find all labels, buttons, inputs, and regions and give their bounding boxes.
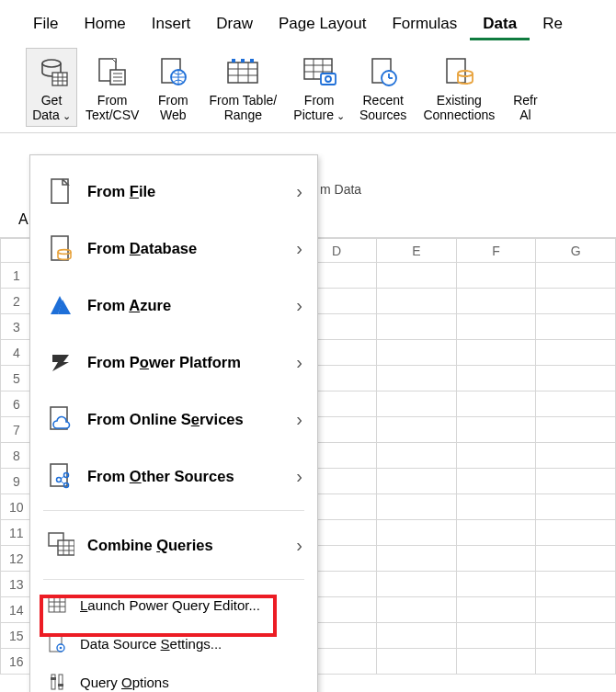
existing-connections-label: Existing Connections (423, 93, 495, 122)
file-icon (47, 176, 74, 207)
svg-point-0 (42, 60, 61, 67)
row-header[interactable]: 12 (1, 546, 33, 572)
tab-file[interactable]: File (20, 7, 71, 40)
table-icon (224, 52, 261, 91)
get-data-dropdown: From File › From Database › From Azure ›… (29, 154, 318, 692)
from-table-range-button[interactable]: From Table/ Range (200, 48, 285, 127)
tab-insert[interactable]: Insert (139, 7, 204, 40)
from-web-button[interactable]: From Web (147, 48, 199, 127)
group-label-partial: m Data (320, 175, 361, 197)
menu-from-power-platform[interactable]: From Power Platform › (30, 334, 317, 391)
svg-point-41 (57, 478, 62, 482)
power-platform-icon (47, 346, 74, 378)
svg-rect-18 (232, 59, 235, 62)
table-picture-icon (301, 52, 337, 91)
row-header[interactable]: 1 (1, 263, 33, 289)
from-web-label: From Web (158, 93, 188, 122)
chevron-right-icon: › (296, 535, 302, 556)
tab-draw[interactable]: Draw (203, 7, 266, 40)
chevron-right-icon: › (296, 295, 302, 316)
row-header[interactable]: 14 (1, 597, 33, 623)
svg-line-45 (61, 481, 64, 484)
from-table-range-label: From Table/ Range (210, 93, 278, 122)
svg-point-43 (64, 483, 69, 488)
from-picture-label: From Picture ⌄ (293, 93, 345, 122)
svg-rect-20 (250, 59, 254, 62)
tab-formulas[interactable]: Formulas (379, 7, 470, 40)
recent-sources-label: Recent Sources (359, 93, 406, 122)
svg-rect-19 (241, 59, 245, 62)
from-text-csv-button[interactable]: From Text/CSV (79, 48, 145, 127)
menu-label: From Azure (87, 297, 283, 314)
menu-from-other-sources[interactable]: From Other Sources › (30, 448, 317, 505)
menu-label: Launch Power Query Editor... (80, 597, 302, 613)
svg-rect-1 (52, 73, 67, 85)
tab-page-layout[interactable]: Page Layout (266, 7, 379, 40)
row-header[interactable]: 7 (1, 417, 33, 443)
grid-small-icon (47, 595, 67, 615)
svg-rect-61 (59, 675, 63, 689)
row-header[interactable]: 13 (1, 572, 33, 597)
ribbon-tabs: File Home Insert Draw Page Layout Formul… (0, 0, 616, 42)
col-header[interactable]: E (376, 239, 456, 263)
row-header[interactable]: 8 (1, 443, 33, 469)
svg-rect-63 (58, 684, 63, 686)
menu-label: Query Options (80, 675, 302, 690)
svg-rect-62 (51, 677, 56, 680)
svg-point-42 (64, 473, 69, 478)
tab-data[interactable]: Data (470, 7, 530, 40)
menu-label: From File (87, 183, 283, 200)
menu-from-azure[interactable]: From Azure › (30, 277, 317, 334)
file-db-icon (441, 52, 476, 91)
from-text-csv-label: From Text/CSV (86, 93, 139, 122)
row-header[interactable]: 10 (1, 494, 33, 520)
menu-launch-pq-editor[interactable]: Launch Power Query Editor... (30, 585, 317, 624)
refresh-icon (511, 52, 539, 91)
separator (43, 510, 304, 511)
row-header[interactable]: 2 (1, 289, 33, 314)
file-clock-icon (367, 52, 400, 91)
get-data-icon (34, 52, 69, 91)
refresh-all-button[interactable]: Refr Al (505, 48, 545, 127)
chevron-right-icon: › (296, 181, 302, 202)
menu-combine-queries[interactable]: Combine Queries › (30, 516, 317, 573)
file-database-icon (47, 233, 74, 264)
existing-connections-button[interactable]: Existing Connections (415, 48, 503, 127)
file-cloud-icon (47, 403, 74, 435)
row-header[interactable]: 9 (1, 469, 33, 494)
menu-from-file[interactable]: From File › (30, 163, 317, 220)
chevron-right-icon: › (296, 409, 302, 430)
select-all-corner[interactable] (1, 239, 33, 263)
recent-sources-button[interactable]: Recent Sources (353, 48, 413, 127)
row-header[interactable]: 16 (1, 649, 33, 675)
file-text-icon (96, 52, 129, 91)
ribbon: Get Data ⌄ From Text/CSV From Web From T… (0, 42, 616, 133)
row-header[interactable]: 5 (1, 366, 33, 391)
refresh-all-label: Refr Al (513, 93, 537, 122)
tab-truncated[interactable]: Re (530, 7, 576, 40)
row-header[interactable]: 6 (1, 391, 33, 417)
svg-point-36 (58, 250, 71, 255)
get-data-label: Get Data ⌄ (32, 93, 71, 122)
col-header[interactable]: F (456, 239, 536, 263)
row-header[interactable]: 4 (1, 340, 33, 366)
chevron-right-icon: › (296, 352, 302, 373)
svg-rect-26 (321, 74, 336, 85)
svg-line-44 (61, 476, 64, 479)
col-header[interactable]: G (536, 239, 616, 263)
menu-label: From Other Sources (87, 468, 283, 485)
row-header[interactable]: 15 (1, 623, 33, 649)
menu-from-online-services[interactable]: From Online Services › (30, 391, 317, 448)
chevron-right-icon: › (296, 238, 302, 259)
from-picture-button[interactable]: From Picture ⌄ (287, 48, 351, 127)
svg-rect-13 (228, 62, 257, 83)
row-header[interactable]: 3 (1, 314, 33, 340)
get-data-button[interactable]: Get Data ⌄ (26, 48, 77, 127)
svg-rect-60 (51, 675, 55, 689)
menu-query-options[interactable]: Query Options (30, 663, 317, 692)
svg-point-59 (60, 647, 63, 650)
menu-from-database[interactable]: From Database › (30, 220, 317, 277)
row-header[interactable]: 11 (1, 520, 33, 546)
tab-home[interactable]: Home (71, 7, 138, 40)
menu-data-source-settings[interactable]: Data Source Settings... (30, 624, 317, 663)
